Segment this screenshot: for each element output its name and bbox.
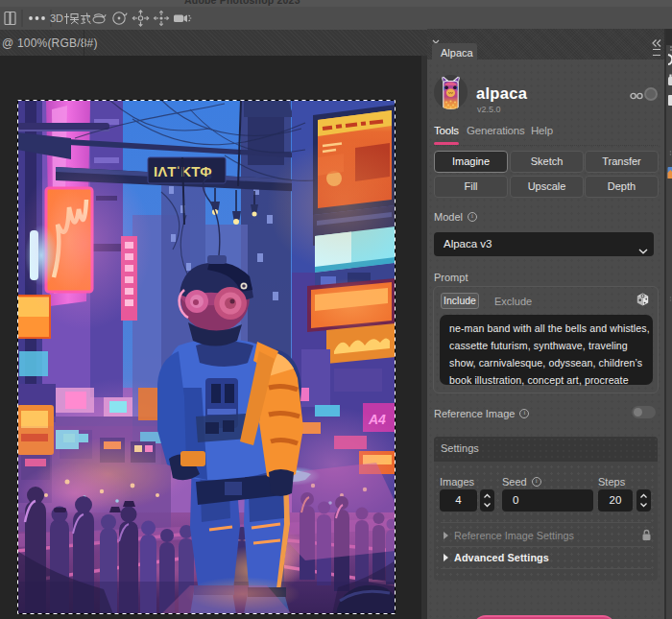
svg-text:3D: 3D: [50, 12, 63, 24]
svg-text::: :: [88, 12, 91, 24]
